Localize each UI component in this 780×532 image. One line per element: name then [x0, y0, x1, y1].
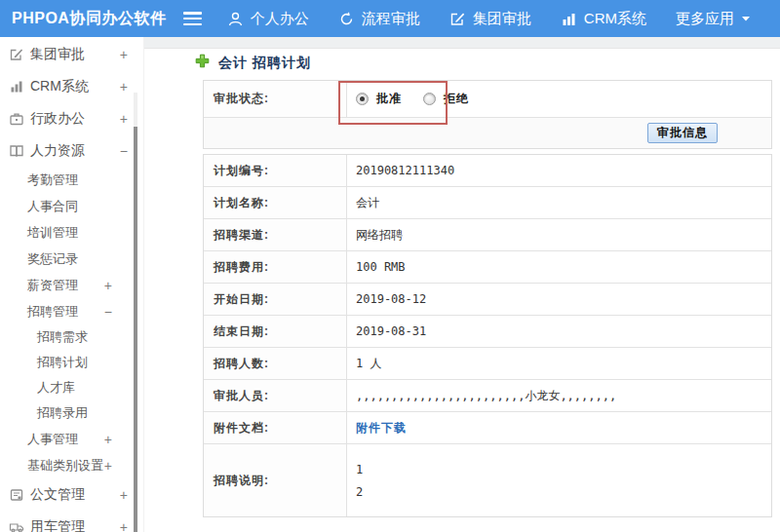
- expand-toggle[interactable]: +: [120, 47, 128, 62]
- sidebar-item-training[interactable]: 培训管理: [0, 219, 143, 246]
- sidebar-item-document-mgmt[interactable]: 公文管理 +: [0, 478, 143, 511]
- sidebar-item-label: 招聘需求: [37, 328, 88, 346]
- description-line: 2: [356, 485, 363, 499]
- radio-label: 批准: [376, 91, 402, 107]
- green-plus-icon: [195, 54, 210, 72]
- radio-option-reject[interactable]: 拒绝: [423, 91, 469, 107]
- page-title-text: 会计 招聘计划: [218, 55, 311, 72]
- sidebar-item-label: 用车管理: [30, 518, 85, 532]
- nav-label: 更多应用: [676, 10, 734, 28]
- field-value: ,,,,,,,,,,,,,,,,,,,,,,,,小龙女,,,,,,,,: [347, 380, 771, 411]
- sidebar-item-recruit-mgmt[interactable]: 招聘管理 −: [0, 298, 143, 324]
- sidebar-item-label: 基础类别设置: [27, 457, 103, 475]
- expand-toggle[interactable]: +: [120, 487, 128, 503]
- sidebar-item-label: 人才库: [37, 379, 75, 397]
- field-row-attachment: 附件文档: 附件下载: [204, 412, 771, 444]
- field-row-end-date: 结束日期: 2019-08-31: [204, 316, 771, 348]
- field-label: 招聘费用:: [204, 251, 347, 283]
- sidebar-item-personnel-mgmt[interactable]: 人事管理 +: [0, 426, 143, 452]
- sidebar-item-salary[interactable]: 薪资管理 +: [0, 272, 143, 298]
- field-value: 2019-08-31: [347, 316, 771, 347]
- book-icon: [8, 142, 24, 159]
- edit-icon: [449, 11, 466, 27]
- radio-selected-icon[interactable]: [356, 93, 369, 105]
- field-row-plan-number: 计划编号: 20190812111340: [204, 155, 771, 187]
- radio-label: 拒绝: [444, 91, 469, 107]
- field-value: 2019-08-12: [347, 284, 771, 315]
- sidebar-item-group-approval[interactable]: 集团审批 +: [0, 38, 143, 70]
- sidebar-item-rewards[interactable]: 奖惩记录: [0, 246, 143, 272]
- field-value: 附件下载: [347, 412, 771, 443]
- app-window: PHPOA协同办公软件 个人办公 流程审批 集团审批: [0, 0, 780, 532]
- approval-status-row: 审批状态: 批准 拒绝: [204, 81, 771, 118]
- expand-toggle[interactable]: +: [120, 111, 128, 127]
- nav-label: CRM系统: [584, 10, 646, 28]
- field-value: 会计: [347, 187, 771, 218]
- description-line: 1: [356, 463, 363, 476]
- sidebar: 集团审批 + CRM系统 + 行政办公 + 人力资源 − 考勤管理: [0, 37, 144, 532]
- sidebar-scrollbar-thumb[interactable]: [134, 127, 137, 532]
- field-label: 招聘说明:: [204, 444, 347, 516]
- sidebar-item-admin-office[interactable]: 行政办公 +: [0, 102, 143, 134]
- sidebar-item-label: 奖惩记录: [27, 250, 78, 268]
- sidebar-item-label: 人事管理: [27, 431, 78, 448]
- sidebar-item-recruit-plan[interactable]: 招聘计划: [0, 350, 143, 375]
- nav-personal-office[interactable]: 个人办公: [227, 10, 309, 28]
- nav-label: 个人办公: [251, 10, 309, 28]
- sidebar-item-attendance[interactable]: 考勤管理: [0, 167, 143, 193]
- nav-group-approval[interactable]: 集团审批: [449, 10, 531, 28]
- edit-icon: [8, 46, 24, 62]
- bar-chart-icon: [561, 11, 577, 27]
- approval-info-button[interactable]: 审批信息: [647, 123, 718, 143]
- field-value: 100 RMB: [347, 251, 771, 283]
- collapse-toggle[interactable]: −: [104, 304, 112, 320]
- briefcase-icon: [8, 110, 24, 127]
- nav-label: 集团审批: [473, 10, 531, 28]
- field-label: 招聘人数:: [204, 348, 347, 379]
- nav-workflow-approval[interactable]: 流程审批: [338, 10, 420, 28]
- page-title: 会计 招聘计划: [195, 54, 311, 72]
- expand-toggle[interactable]: +: [120, 519, 128, 532]
- radio-unselected-icon[interactable]: [423, 93, 436, 105]
- sidebar-item-label: 培训管理: [27, 224, 78, 242]
- nav-more-apps[interactable]: 更多应用: [676, 10, 751, 28]
- field-label: 开始日期:: [204, 284, 347, 315]
- truck-icon: [8, 518, 24, 532]
- field-row-recruit-cost: 招聘费用: 100 RMB: [204, 251, 771, 284]
- sidebar-item-label: 招聘管理: [27, 303, 78, 321]
- sidebar-item-talent-pool[interactable]: 人才库: [0, 375, 143, 400]
- expand-toggle[interactable]: +: [104, 458, 112, 474]
- sidebar-item-vehicle-mgmt[interactable]: 用车管理 +: [0, 511, 143, 532]
- sidebar-item-hr[interactable]: 人力资源 −: [0, 134, 143, 167]
- sidebar-item-base-category[interactable]: 基础类别设置 +: [0, 452, 143, 478]
- radio-option-approve[interactable]: 批准: [356, 91, 402, 107]
- hamburger-menu-icon[interactable]: [183, 12, 202, 25]
- approval-status-value: 批准 拒绝: [347, 81, 771, 117]
- topbar: PHPOA协同办公软件 个人办公 流程审批 集团审批: [0, 0, 780, 37]
- sidebar-item-crm[interactable]: CRM系统 +: [0, 70, 143, 102]
- sidebar-item-recruit-hire[interactable]: 招聘录用: [0, 400, 143, 426]
- expand-toggle[interactable]: +: [104, 278, 112, 293]
- attachment-download-link[interactable]: 附件下载: [356, 420, 407, 437]
- field-label: 招聘渠道:: [204, 219, 347, 250]
- approval-button-row: 审批信息: [204, 118, 771, 148]
- field-label: 结束日期:: [204, 316, 347, 347]
- nav-label: 流程审批: [362, 10, 420, 28]
- field-row-approvers: 审批人员: ,,,,,,,,,,,,,,,,,,,,,,,,小龙女,,,,,,,…: [204, 380, 771, 412]
- expand-toggle[interactable]: +: [120, 79, 128, 95]
- collapse-toggle[interactable]: −: [120, 143, 128, 159]
- main-content: 会计 招聘计划 审批状态: 批准 拒绝: [144, 37, 780, 532]
- sidebar-item-hr-contract[interactable]: 人事合同: [0, 193, 143, 219]
- approval-status-label: 审批状态:: [204, 81, 347, 117]
- sidebar-item-label: 招聘录用: [37, 404, 88, 422]
- sidebar-item-recruit-demand[interactable]: 招聘需求: [0, 324, 143, 350]
- plan-detail-table: 计划编号: 20190812111340 计划名称: 会计 招聘渠道: 网络招聘…: [203, 154, 772, 517]
- sidebar-item-label: 人事合同: [27, 198, 78, 215]
- sidebar-item-label: 公文管理: [30, 486, 85, 504]
- approval-radio-group: 批准 拒绝: [356, 91, 469, 107]
- app-logo: PHPOA协同办公软件: [0, 9, 170, 29]
- field-row-headcount: 招聘人数: 1 人: [204, 348, 771, 380]
- expand-toggle[interactable]: +: [104, 432, 112, 447]
- top-navigation: 个人办公 流程审批 集团审批 CRM系统 更多应用: [227, 10, 780, 28]
- nav-crm-system[interactable]: CRM系统: [561, 10, 646, 28]
